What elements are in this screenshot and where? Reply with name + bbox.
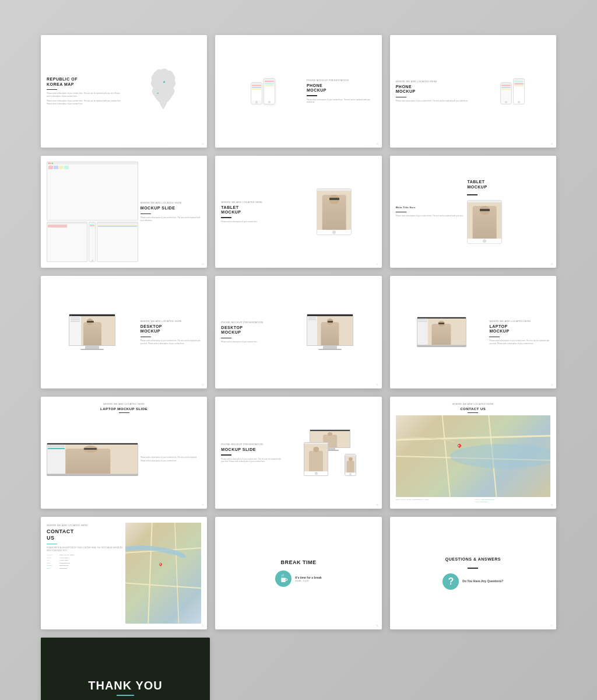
slide-thank-you: THANK YOU Please write a description of … — [41, 638, 210, 700]
slide-subtitle: Phone Mockup Presentation — [221, 321, 282, 324]
slide-divider — [307, 95, 317, 96]
map-roads-svg — [396, 415, 550, 497]
slide-text-2: Please write a description of your conte… — [141, 460, 202, 463]
slide-subtitle: Where we are located here — [47, 524, 123, 527]
qa-subtitle: Do You Have Any Questions? — [462, 579, 503, 583]
slide-desc: PLEASE WRITE A DESCRIPTION OF YOUR CONTE… — [47, 547, 123, 552]
mini-phone-1 — [89, 222, 96, 262]
slide-number: 18 — [551, 263, 553, 265]
slide-title: DESKTOP MOCKUP — [141, 324, 202, 334]
slide-title: PHONE MOCKUP — [307, 83, 376, 93]
slide-contact-us-map: Where we are located here CONTACT US — [390, 397, 556, 509]
monitor-1 — [69, 314, 115, 350]
slide-subtitle: Where we are located here — [396, 80, 472, 83]
phone-frame-2 — [264, 78, 275, 104]
slide-mockup-slide-2: Phone Mockup Presentation MOCKUP SLIDE P… — [215, 397, 381, 509]
korea-map-svg — [140, 62, 187, 120]
slide-divider — [489, 337, 500, 338]
slide-number: 19 — [202, 384, 203, 386]
svg-line-4 — [442, 415, 449, 497]
coffee-icon — [278, 573, 289, 584]
slide-subtitle: Phone Mockup Presentation — [221, 443, 282, 446]
laptop-large — [47, 443, 138, 476]
slide-number: 21 — [551, 384, 553, 386]
tablet-frame-1 — [317, 188, 352, 235]
qa-icon-circle: ? — [443, 573, 459, 590]
slide-divider — [467, 194, 477, 195]
slide-desktop-mockup-2: Phone Mockup Presentation DESKTOP MOCKUP… — [215, 276, 381, 388]
slide-text-2: Please write a description of your conte… — [47, 100, 123, 105]
slide-divider — [468, 412, 478, 414]
slide-tablet-mockup-1: Where we are located here TABLET MOCKUP … — [215, 156, 381, 268]
slide-contact-us-2: Where we are located here CONTACT US PLE… — [41, 517, 207, 629]
slide-title: MOCKUP SLIDE — [141, 206, 202, 211]
phone-frame-1 — [251, 82, 262, 104]
slide-subtitle: Where we are located here — [141, 320, 202, 323]
svg-line-8 — [125, 583, 202, 589]
slide-divider — [468, 568, 478, 569]
slide-divider — [221, 217, 231, 218]
slide-subtitle: Where we are located here — [141, 201, 202, 204]
slide-title: LAPTOP MOCKUP SLIDE — [47, 407, 201, 411]
slide-title: PHONE MOCKUP — [396, 85, 472, 94]
slide-title: LAPTOP MOCKUP — [489, 324, 550, 334]
slide-number: 22 — [202, 504, 203, 506]
slide-text: Please write a description of your conte… — [489, 340, 550, 345]
slide-questions-answers: QUESTIONS & ANSWERS ? Do You Have Any Qu… — [390, 517, 556, 629]
slide-subtitle: Where we are located here — [221, 201, 290, 204]
slide-number: 14 — [376, 143, 378, 145]
slide-title: DESKTOP MOCKUP — [221, 326, 282, 335]
browser-mockup-1 — [47, 162, 138, 220]
thank-you-row: THANK YOU Please write a description of … — [41, 638, 556, 700]
phone-frame-4 — [513, 78, 525, 104]
slide-tablet-mockup-2: Write Title Here Please write a descript… — [390, 156, 556, 268]
slide-number: 17 — [376, 263, 378, 265]
svg-point-0 — [163, 81, 165, 83]
slide-number: 23 — [376, 504, 378, 506]
slide-number: 15 — [551, 143, 553, 145]
slide-title: BREAK TIME — [280, 559, 316, 566]
slide-phone-mockup-1: Phone Mockup Presentation PHONE MOCKUP P… — [215, 35, 381, 148]
slide-text: Please write a description of your conte… — [141, 216, 202, 222]
break-icon-circle — [275, 570, 292, 587]
slide-divider — [141, 337, 151, 338]
phone-frame-3 — [500, 82, 512, 104]
slide-mockup-slide: Where we are located here MOCKUP SLIDE P… — [41, 156, 207, 268]
question-mark: ? — [448, 576, 454, 587]
map-pin-2 — [159, 563, 162, 567]
slide-title: CONTACT US — [47, 528, 123, 541]
empty-space — [218, 638, 556, 700]
slide-text: Please write a description of your conte… — [307, 99, 376, 104]
slide-divider — [47, 89, 57, 90]
thank-you-title: THANK YOU — [88, 679, 163, 692]
slide-break-time: BREAK TIME It's time for a break 10:40 -… — [215, 517, 381, 629]
slide-number: 25 — [202, 625, 203, 627]
slide-subtitle: Where we are located here — [489, 320, 550, 323]
svg-line-10 — [175, 523, 179, 624]
slide-desktop-mockup-1: Where we are located here DESKTOP MOCKUP… — [41, 276, 207, 388]
slide-laptop-mockup-slide: Where we are located here LAPTOP MOCKUP … — [41, 397, 207, 509]
website-value: www.diemends.here — [481, 499, 494, 501]
slide-title: TABLET MOCKUP — [467, 180, 550, 190]
slide-divider — [396, 97, 406, 98]
slide-subtitle: Where we are located here — [47, 402, 201, 405]
website-label: Website — [475, 499, 480, 501]
svg-point-1 — [157, 93, 159, 94]
slide-number: 26 — [376, 625, 378, 627]
slide-republic-map: REPUBLIC OF KOREA MAP Please write a des… — [41, 35, 207, 148]
slide-divider — [221, 338, 231, 339]
slide-title: TABLET MOCKUP — [221, 205, 290, 215]
slide-title: MOCKUP SLIDE — [221, 447, 282, 452]
map-pin — [458, 444, 461, 449]
contact-map-2 — [125, 523, 202, 624]
slide-text: Please write a description of your conte… — [141, 340, 202, 345]
thank-you-divider — [117, 695, 134, 696]
slide-title: REPUBLIC OF KOREA MAP — [47, 77, 123, 87]
contact-address: 1000 F ST N.W. SUITE 6 San Francisco, CA… — [396, 499, 472, 501]
slide-divider — [119, 412, 129, 414]
slide-divider — [221, 454, 231, 456]
slide-divider — [47, 544, 57, 545]
slide-text: Please write a description of your conta… — [221, 220, 290, 223]
multi-device — [304, 429, 356, 476]
svg-line-9 — [148, 523, 152, 624]
